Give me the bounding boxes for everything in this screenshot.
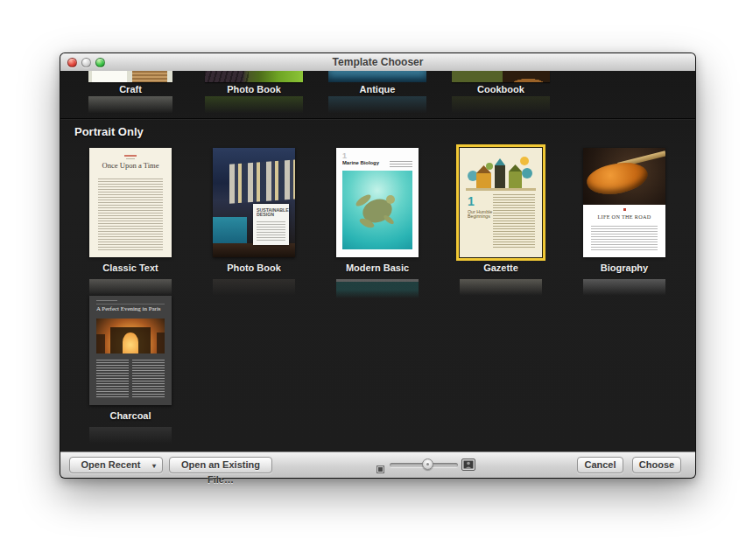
template-card-photo-book-landscape[interactable]: Photo Book — [205, 71, 303, 118]
chapter-mark — [124, 155, 137, 157]
village-illustration — [466, 154, 536, 196]
preview-title: LIFE ON THE ROAD — [583, 214, 665, 220]
preview-title: Once Upon a Time — [89, 161, 172, 171]
ornament-mark — [623, 208, 626, 211]
template-thumbnail[interactable] — [88, 71, 172, 82]
thumbnail-reflection — [88, 96, 172, 116]
template-thumbnail[interactable]: 1 Our Humble Beginnings — [460, 148, 542, 257]
sea-turtle-illustration — [342, 171, 412, 249]
template-thumbnail[interactable] — [205, 71, 303, 82]
thumbnail-reflection — [205, 96, 303, 116]
preview-body-text — [591, 226, 658, 251]
preview-chapter-number: 1 — [468, 194, 475, 208]
portrait-only-header: Portrait Only — [74, 125, 144, 138]
template-label: Biography — [574, 262, 674, 273]
turtle-photo — [342, 171, 412, 249]
preview-chapter-number: 1 — [342, 151, 347, 160]
preview-title: Our Humble Beginnings — [468, 209, 496, 220]
template-label: Cookbook — [452, 84, 550, 94]
thumbnail-reflection — [213, 279, 295, 298]
preview-body-text — [96, 360, 129, 398]
template-label: Craft — [88, 84, 172, 94]
template-thumbnail[interactable]: LIFE ON THE ROAD — [583, 148, 665, 257]
template-chooser-window: Template Chooser Craft Photo Book Antiqu… — [60, 52, 696, 479]
preview-title: A Perfect Evening in Paris — [96, 305, 172, 312]
template-card-classic-text[interactable]: Once Upon a Time Classic Text — [89, 148, 172, 304]
template-card-biography[interactable]: LIFE ON THE ROAD Biography — [583, 148, 665, 304]
preview-title: SUSTAINABLE DESIGN — [257, 207, 290, 218]
template-label: Photo Book — [204, 262, 304, 273]
template-card-cookbook[interactable]: Cookbook — [452, 71, 550, 118]
template-gallery[interactable]: Craft Photo Book Antique Cookbook Portra… — [60, 71, 695, 452]
preview-text-card: SUSTAINABLE DESIGN — [253, 204, 289, 246]
preview-quote-text — [390, 161, 412, 167]
titlebar[interactable]: Template Chooser — [60, 53, 695, 72]
template-card-modern-basic[interactable]: 1 Marine Biology Modern Basic — [336, 148, 419, 304]
desktop: Template Chooser Craft Photo Book Antiqu… — [0, 0, 753, 560]
open-existing-file-button[interactable]: Open an Existing File… — [169, 457, 272, 473]
preview-body-text — [98, 178, 163, 250]
window-title: Template Chooser — [60, 56, 695, 68]
thumbnail-reflection — [328, 96, 426, 116]
thumbnail-reflection — [460, 279, 542, 298]
template-thumbnail[interactable]: A Perfect Evening in Paris — [89, 296, 172, 405]
template-thumbnail[interactable]: SUSTAINABLE DESIGN — [213, 148, 295, 257]
template-thumbnail[interactable]: Once Upon a Time — [89, 148, 172, 257]
template-card-charcoal[interactable]: A Perfect Evening in Paris Charcoal — [89, 296, 172, 452]
house-photo — [229, 160, 295, 204]
thumbnail-size-slider[interactable] — [390, 463, 458, 467]
bottom-toolbar: Open Recent ▾ Open an Existing File… — [60, 452, 695, 478]
arc-de-triomphe-silhouette — [96, 318, 165, 354]
template-label: Modern Basic — [327, 262, 427, 273]
template-label: Classic Text — [81, 262, 180, 273]
template-label: Antique — [328, 84, 426, 94]
template-card-antique[interactable]: Antique — [328, 71, 426, 118]
thumbnail-reflection — [452, 96, 550, 116]
guitar-photo — [583, 148, 665, 205]
preview-body-text — [257, 221, 285, 242]
template-card-photo-book-portrait[interactable]: SUSTAINABLE DESIGN Photo Book — [213, 148, 295, 304]
template-thumbnail[interactable]: 1 Marine Biology — [336, 148, 419, 257]
large-thumbnail-icon — [461, 458, 475, 474]
slider-thumb[interactable] — [422, 458, 433, 470]
preview-body-text — [493, 194, 535, 248]
open-recent-button[interactable]: Open Recent ▾ — [69, 457, 163, 473]
template-label: Charcoal — [81, 410, 180, 421]
thumbnail-reflection — [336, 279, 419, 298]
template-card-gazette[interactable]: 1 Our Humble Beginnings Gazette — [460, 148, 542, 304]
section-divider — [60, 118, 695, 120]
cancel-button[interactable]: Cancel — [577, 457, 623, 473]
small-thumbnail-icon — [376, 461, 384, 477]
preview-body-text — [132, 360, 165, 398]
template-thumbnail[interactable] — [452, 71, 550, 82]
template-thumbnail[interactable] — [328, 71, 426, 82]
pool-photo — [213, 217, 247, 246]
template-label: Gazette — [451, 262, 551, 273]
thumbnail-reflection — [89, 427, 172, 446]
thumbnail-reflection — [583, 279, 665, 298]
chevron-down-icon: ▾ — [152, 458, 156, 473]
paris-sunset-photo — [96, 318, 165, 354]
template-label: Photo Book — [205, 84, 303, 94]
template-card-craft[interactable]: Craft — [88, 71, 172, 118]
choose-button[interactable]: Choose — [632, 457, 681, 473]
